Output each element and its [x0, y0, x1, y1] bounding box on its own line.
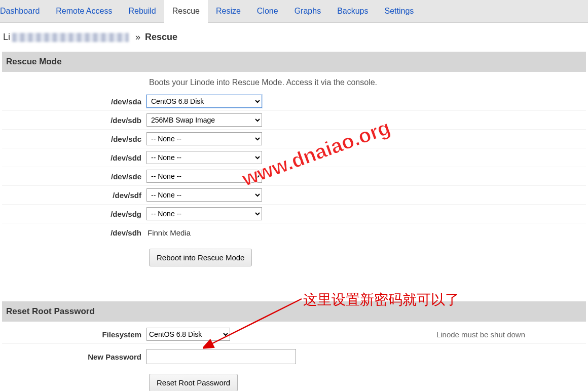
reset-root-body: Filesystem CentOS 6.8 Disk Linode must b… [2, 322, 586, 391]
label-sdd: /dev/sdd [2, 153, 146, 162]
tab-rebuild[interactable]: Rebuild [120, 0, 164, 22]
label-sdb: /dev/sdb [2, 116, 146, 125]
breadcrumb-sep: » [135, 32, 140, 42]
reboot-rescue-button[interactable]: Reboot into Rescue Mode [149, 249, 252, 266]
select-sdd[interactable]: -- None -- [146, 151, 262, 164]
tab-clone[interactable]: Clone [249, 0, 286, 22]
breadcrumb-current: Rescue [145, 32, 177, 42]
tab-rescue[interactable]: Rescue [164, 0, 208, 23]
label-sda: /dev/sda [2, 97, 146, 106]
rescue-mode-body: Boots your Linode into Rescue Mode. Acce… [2, 72, 586, 271]
select-sdf[interactable]: -- None -- [146, 188, 262, 202]
rescue-mode-header: Rescue Mode [2, 52, 586, 72]
breadcrumb-prefix: Li [3, 32, 10, 42]
tab-backups[interactable]: Backups [329, 0, 376, 22]
label-sde: /dev/sde [2, 172, 146, 181]
label-filesystem: Filesystem [2, 330, 146, 339]
select-sdg[interactable]: -- None -- [146, 207, 262, 220]
rescue-mode-desc: Boots your Linode into Rescue Mode. Acce… [2, 72, 586, 92]
select-sdc[interactable]: -- None -- [146, 132, 262, 145]
shutdown-hint: Linode must be shut down [436, 330, 586, 339]
tab-resize[interactable]: Resize [208, 0, 249, 22]
label-sdc: /dev/sdc [2, 135, 146, 143]
breadcrumb-obscured [12, 33, 129, 42]
value-sdh: Finnix Media [146, 228, 191, 237]
tab-remote-access[interactable]: Remote Access [48, 0, 120, 22]
new-password-input[interactable] [146, 349, 296, 364]
select-sde[interactable]: -- None -- [146, 170, 262, 183]
label-new-password: New Password [2, 353, 146, 361]
tab-bar: Dashboard Remote Access Rebuild Rescue R… [0, 0, 588, 23]
label-sdf: /dev/sdf [2, 191, 146, 200]
reset-root-password-button[interactable]: Reset Root Password [149, 374, 238, 391]
tab-settings[interactable]: Settings [377, 0, 422, 22]
tab-dashboard[interactable]: Dashboard [0, 0, 48, 22]
select-sdb[interactable]: 256MB Swap Image [146, 113, 262, 127]
select-sda[interactable]: CentOS 6.8 Disk [146, 95, 262, 108]
label-sdh: /dev/sdh [2, 228, 146, 237]
tab-graphs[interactable]: Graphs [286, 0, 329, 22]
select-filesystem[interactable]: CentOS 6.8 Disk [146, 328, 230, 341]
label-sdg: /dev/sdg [2, 210, 146, 218]
reset-root-header: Reset Root Password [2, 301, 586, 322]
breadcrumb: Li » Rescue [0, 23, 588, 50]
